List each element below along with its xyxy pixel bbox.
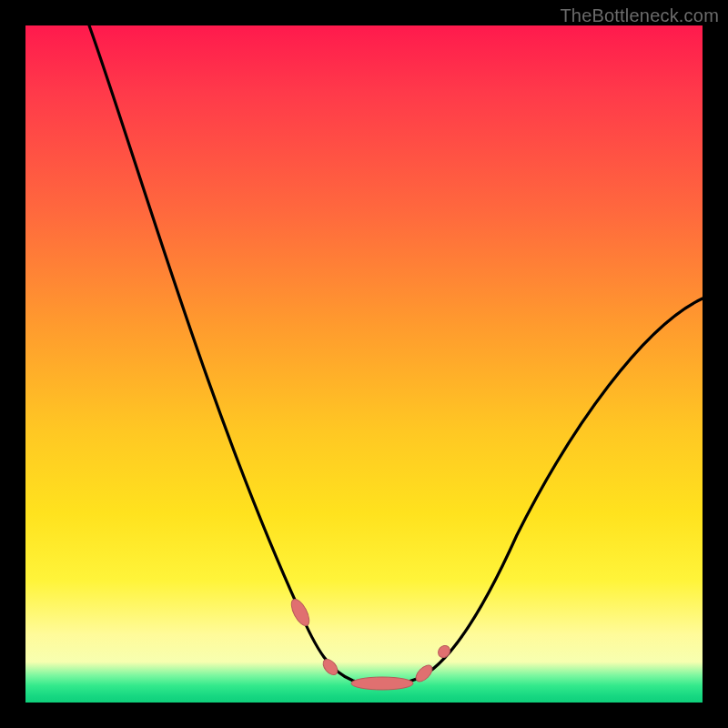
marker-group xyxy=(288,597,452,690)
marker-3 xyxy=(351,677,413,690)
watermark-text: TheBottleneck.com xyxy=(560,5,719,26)
marker-1 xyxy=(288,597,312,629)
marker-4 xyxy=(413,662,435,684)
chart-svg xyxy=(25,25,703,703)
marker-2 xyxy=(320,656,340,677)
chart-frame: TheBottleneck.com xyxy=(0,0,728,728)
marker-5 xyxy=(436,643,452,660)
plot-area xyxy=(25,25,703,703)
bottleneck-curve xyxy=(89,25,703,684)
